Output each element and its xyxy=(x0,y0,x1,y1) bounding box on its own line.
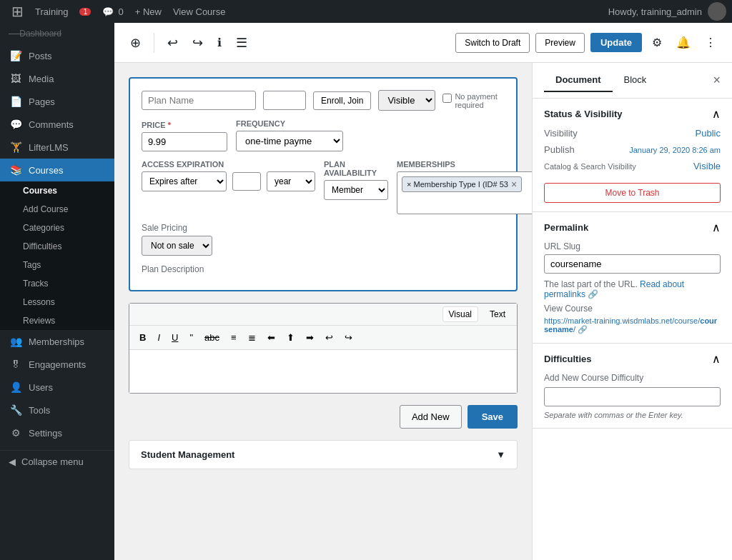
sidebar-item-lifterlms[interactable]: 🏋 LifterLMS xyxy=(0,136,114,159)
difficulty-input[interactable] xyxy=(544,387,721,406)
sidebar-bell-button[interactable]: 🔔 xyxy=(672,31,695,54)
site-name[interactable]: Training xyxy=(29,0,74,23)
list-view-button[interactable]: ☰ xyxy=(232,31,252,55)
new-content-button[interactable]: + New xyxy=(129,0,167,23)
block-tab[interactable]: Block xyxy=(613,69,658,92)
visibility-value[interactable]: Public xyxy=(696,128,721,139)
expiry-unit-select[interactable]: year month day xyxy=(267,171,315,191)
student-management-panel: Student Management ▼ xyxy=(129,440,518,469)
undo-editor-button[interactable]: ↩ xyxy=(321,330,337,345)
sidebar-item-comments[interactable]: 💬 Comments xyxy=(0,113,114,136)
tags-label: Tags xyxy=(23,260,41,270)
sidebar-collapse-button[interactable]: ◀ Collapse menu xyxy=(0,450,114,473)
publish-row: Publish January 29, 2020 8:26 am xyxy=(544,144,721,155)
no-payment-checkbox[interactable] xyxy=(442,94,452,103)
wp-editor-container: Visual Text B I U " abc ≡ ≣ ⬅ xyxy=(129,303,518,394)
plan-actions: Add New Save xyxy=(129,405,518,429)
sidebar-item-pages[interactable]: 📄 Pages xyxy=(0,90,114,113)
difficulties-hint: Separate with commas or the Enter key. xyxy=(544,411,721,419)
notification-bubble: 1 xyxy=(79,8,91,16)
plan-enroll-fee-input[interactable] xyxy=(263,91,306,110)
status-visibility-toggle[interactable]: ∧ xyxy=(712,107,721,121)
sidebar-item-media[interactable]: 🖼 Media xyxy=(0,67,114,90)
remove-membership-tag[interactable]: × xyxy=(511,179,517,190)
url-slug-input[interactable] xyxy=(544,254,721,274)
align-center-button[interactable]: ⬆ xyxy=(282,330,299,345)
permalink-info: The last part of the URL. Read about per… xyxy=(544,279,721,299)
enroll-join-button[interactable]: Enroll, Join xyxy=(313,91,371,110)
dashboard-item[interactable]: — Dashboard xyxy=(0,23,114,44)
catalog-value[interactable]: Visible xyxy=(693,161,721,171)
redo-editor-button[interactable]: ↪ xyxy=(340,330,357,345)
visual-tab[interactable]: Visual xyxy=(442,306,478,322)
sidebar-item-settings[interactable]: ⚙ Settings xyxy=(0,421,114,444)
view-course-link[interactable]: View Course xyxy=(167,0,231,23)
sidebar-submenu-add-course[interactable]: Add Course xyxy=(0,200,114,219)
expires-after-select[interactable]: Expires after Lifetime Access xyxy=(142,171,227,191)
preview-button[interactable]: Preview xyxy=(535,33,585,53)
underline-button[interactable]: U xyxy=(167,330,182,345)
plan-availability-select[interactable]: Member Open xyxy=(324,180,388,200)
text-tab[interactable]: Text xyxy=(484,306,511,322)
wp-logo[interactable]: ⊞ xyxy=(6,0,29,23)
lessons-label: Lessons xyxy=(23,297,55,307)
sidebar-item-tools[interactable]: 🔧 Tools xyxy=(0,399,114,421)
undo-button[interactable]: ↩ xyxy=(163,31,182,55)
comment-count[interactable]: 💬 0 xyxy=(97,0,129,23)
student-management-header[interactable]: Student Management ▼ xyxy=(129,441,517,469)
comments-label: Comments xyxy=(29,119,74,130)
sidebar-submenu-difficulties[interactable]: Difficulties xyxy=(0,237,114,256)
bold-button[interactable]: B xyxy=(135,330,150,345)
memberships-label: Memberships xyxy=(29,336,84,347)
frequency-select[interactable]: one-time payme monthly yearly xyxy=(236,131,343,151)
document-tab[interactable]: Document xyxy=(544,69,613,92)
blockquote-button[interactable]: " xyxy=(185,330,197,345)
ordered-list-button[interactable]: ≣ xyxy=(244,330,260,345)
url-slash: / xyxy=(573,325,575,334)
sidebar-submenu-lessons[interactable]: Lessons xyxy=(0,293,114,311)
sidebar-item-users[interactable]: 👤 Users xyxy=(0,376,114,399)
price-required-star: * xyxy=(168,121,171,129)
sidebar-submenu-reviews[interactable]: Reviews xyxy=(0,311,114,330)
permalink-toggle[interactable]: ∧ xyxy=(712,221,721,234)
wp-editor-body[interactable] xyxy=(129,350,517,393)
difficulties-toggle[interactable]: ∧ xyxy=(712,352,721,366)
update-button[interactable]: Update xyxy=(590,33,642,52)
italic-button[interactable]: I xyxy=(153,330,164,345)
plan-name-input[interactable] xyxy=(142,91,256,110)
sidebar-item-engagements[interactable]: 🎖 Engagements xyxy=(0,353,114,376)
no-payment-label: No payment required xyxy=(455,92,505,109)
save-plan-button[interactable]: Save xyxy=(468,405,518,429)
sidebar-submenu-courses[interactable]: Courses xyxy=(0,181,114,200)
sidebar-item-courses[interactable]: 📚 Courses xyxy=(0,159,114,181)
settings-label: Settings xyxy=(29,428,62,439)
expiry-number-input[interactable] xyxy=(232,172,261,191)
sidebar-item-posts[interactable]: 📝 Posts xyxy=(0,44,114,67)
add-block-button[interactable]: ⊕ xyxy=(126,31,145,55)
align-right-button[interactable]: ➡ xyxy=(302,330,318,345)
sale-pricing-select[interactable]: Not on sale On sale xyxy=(142,236,212,256)
publish-value[interactable]: January 29, 2020 8:26 am xyxy=(629,146,721,154)
switch-to-draft-button[interactable]: Switch to Draft xyxy=(455,33,530,53)
sidebar-submenu-tags[interactable]: Tags xyxy=(0,256,114,274)
sidebar-item-memberships[interactable]: 👥 Memberships xyxy=(0,330,114,353)
info-button[interactable]: ℹ xyxy=(213,31,226,54)
more-options-button[interactable]: ⋮ xyxy=(701,31,721,54)
memberships-box[interactable]: × Membership Type I (ID# 53 × xyxy=(397,171,532,214)
visibility-select[interactable]: Visible Hidden xyxy=(378,90,435,111)
view-course-url[interactable]: https://market-training.wisdmlabs.net/co… xyxy=(544,316,721,334)
unordered-list-button[interactable]: ≡ xyxy=(227,330,241,345)
add-new-plan-button[interactable]: Add New xyxy=(400,405,462,429)
sidebar-close-button[interactable]: × xyxy=(713,73,721,88)
tools-label: Tools xyxy=(29,405,50,416)
notification-count[interactable]: 1 xyxy=(74,0,97,23)
sidebar-submenu-categories[interactable]: Categories xyxy=(0,219,114,237)
strikethrough-button[interactable]: abc xyxy=(200,330,224,345)
align-left-button[interactable]: ⬅ xyxy=(263,330,280,345)
sidebar-settings-button[interactable]: ⚙ xyxy=(648,31,666,54)
move-to-trash-button[interactable]: Move to Trash xyxy=(544,183,721,203)
add-new-label: Add New xyxy=(412,411,450,422)
sidebar-submenu-tracks[interactable]: Tracks xyxy=(0,274,114,293)
price-input[interactable] xyxy=(142,132,227,151)
redo-button[interactable]: ↪ xyxy=(188,31,207,55)
